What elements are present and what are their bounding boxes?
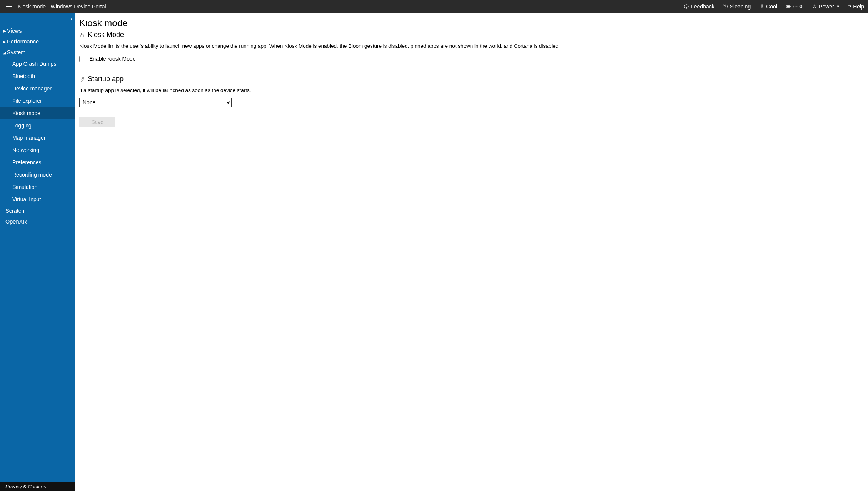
chevron-right-icon: ▶ [3,29,6,33]
privacy-cookies-link[interactable]: Privacy & Cookies [0,482,75,491]
sidebar-group-label: System [7,49,25,55]
kiosk-mode-description: Kiosk Mode limits the user's ability to … [79,43,860,49]
temperature-status[interactable]: Cool [759,3,777,10]
hamburger-menu-icon[interactable] [4,2,14,11]
sleeping-status[interactable]: Sleeping [723,3,751,10]
chevron-down-icon: ◢ [3,50,6,55]
battery-status[interactable]: 99% [786,3,803,10]
battery-icon [786,4,791,9]
sidebar-item-openxr[interactable]: OpenXR [0,216,75,227]
page-title: Kiosk mode [79,18,860,28]
sidebar-group-performance[interactable]: ▶ Performance [0,36,75,47]
enable-kiosk-label[interactable]: Enable Kiosk Mode [89,56,136,62]
sidebar-collapse-button[interactable]: ‹ [0,15,75,25]
sidebar-item-networking[interactable]: Networking [0,144,75,156]
sidebar-group-label: Performance [7,38,39,45]
history-icon [723,4,728,9]
sidebar-item-app-crash-dumps[interactable]: App Crash Dumps [0,58,75,70]
pin-icon [79,76,85,82]
sidebar-item-map-manager[interactable]: Map manager [0,132,75,144]
thermometer-icon [759,4,765,9]
svg-rect-5 [787,6,790,7]
sleeping-label: Sleeping [730,3,751,10]
feedback-button[interactable]: Feedback [684,3,714,10]
kiosk-mode-section-title: Kiosk Mode [88,31,124,39]
kiosk-mode-section-header: Kiosk Mode [79,31,860,40]
sidebar-item-file-explorer[interactable]: File explorer [0,95,75,107]
question-icon: ? [848,3,852,10]
top-header: Kiosk mode - Windows Device Portal Feedb… [0,0,868,13]
startup-app-select[interactable]: None [79,98,232,107]
battery-label: 99% [793,3,803,10]
svg-point-1 [686,6,686,7]
feedback-label: Feedback [691,3,714,10]
startup-app-section-title: Startup app [88,75,124,83]
startup-app-section-header: Startup app [79,75,860,84]
power-icon [812,4,817,9]
cool-label: Cool [766,3,777,10]
sidebar-item-logging[interactable]: Logging [0,119,75,132]
sidebar-item-kiosk-mode[interactable]: Kiosk mode [0,107,75,119]
smile-icon [684,4,689,9]
chevron-right-icon: ▶ [3,40,6,44]
enable-kiosk-checkbox[interactable] [79,56,85,62]
sidebar-item-simulation[interactable]: Simulation [0,181,75,193]
save-button[interactable]: Save [79,117,115,127]
help-button[interactable]: ? Help [848,3,864,10]
svg-rect-4 [790,6,790,7]
sidebar-item-bluetooth[interactable]: Bluetooth [0,70,75,82]
sidebar-item-device-manager[interactable]: Device manager [0,82,75,95]
power-label: Power [819,3,834,10]
svg-point-0 [684,5,689,9]
startup-app-description: If a startup app is selected, it will be… [79,87,860,93]
help-label: Help [853,3,864,10]
svg-point-2 [687,6,688,7]
sidebar-item-recording-mode[interactable]: Recording mode [0,169,75,181]
sidebar-item-virtual-input[interactable]: Virtual Input [0,193,75,205]
sidebar-item-preferences[interactable]: Preferences [0,156,75,169]
main-content: Kiosk mode Kiosk Mode Kiosk Mode limits … [75,13,868,491]
sidebar-item-scratch[interactable]: Scratch [0,205,75,216]
svg-rect-6 [81,35,84,37]
sidebar: ‹ ▶ Views ▶ Performance ◢ System App Cra… [0,13,75,491]
dropdown-caret-icon: ▼ [836,5,840,8]
lock-icon [79,32,85,38]
sidebar-group-system[interactable]: ◢ System [0,47,75,58]
sidebar-group-views[interactable]: ▶ Views [0,25,75,36]
page-window-title: Kiosk mode - Windows Device Portal [18,3,106,10]
section-divider [79,137,860,137]
chevron-left-icon: ‹ [70,15,72,22]
power-menu[interactable]: Power ▼ [812,3,840,10]
sidebar-group-label: Views [7,28,22,34]
